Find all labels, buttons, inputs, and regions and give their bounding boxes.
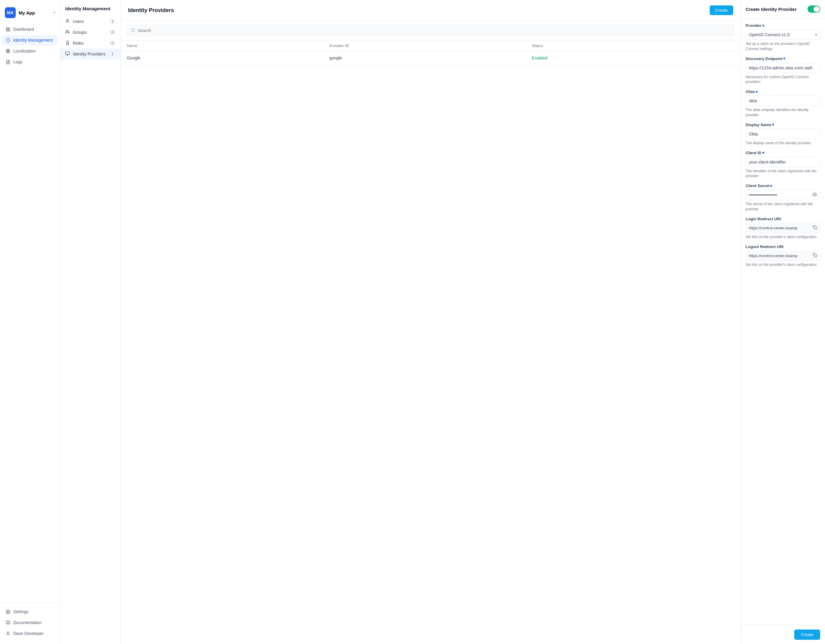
app-name: My App <box>19 10 51 15</box>
required-dot <box>770 185 772 187</box>
login-redirect-uri-wrapper <box>746 223 820 233</box>
groups-icon <box>65 29 70 35</box>
svg-rect-3 <box>8 29 9 31</box>
identity-management-panel: Identity Management Users 1 Groups 0 Rol… <box>60 0 121 644</box>
alias-label: Alias <box>746 89 820 94</box>
svg-rect-20 <box>814 255 817 257</box>
search-input[interactable] <box>138 28 731 33</box>
sidebar-bottom: Settings Documentation Dave Developer <box>0 602 60 639</box>
alias-hint: The alias uniquely identifies the identi… <box>746 108 820 118</box>
dashboard-icon <box>5 27 10 32</box>
column-name: Name <box>127 43 329 48</box>
page-title: Identity Providers <box>128 7 174 14</box>
content-header: Identity Providers Create <box>121 0 740 21</box>
menu-item-count: 1 <box>109 51 116 57</box>
documentation-icon <box>5 620 10 625</box>
discovery-endpoint-input[interactable] <box>746 63 820 73</box>
app-switcher[interactable]: MA My App ▾ <box>0 5 60 24</box>
table-row[interactable]: Google google Enabled <box>121 51 740 65</box>
sidebar-item-label: Localization <box>13 49 36 54</box>
required-dot <box>772 124 774 126</box>
cell-name: Google <box>127 55 329 60</box>
create-panel-header: Create Identity Provider <box>741 0 825 18</box>
menu-item-count: 1 <box>109 19 116 24</box>
logout-redirect-uri-label: Logout Redirect URI <box>746 245 820 249</box>
settings-icon <box>5 609 10 614</box>
logs-icon <box>5 59 10 64</box>
sidebar-item-logs[interactable]: Logs <box>2 57 58 67</box>
svg-point-8 <box>7 611 8 612</box>
menu-item-groups[interactable]: Groups 0 <box>60 27 121 38</box>
identity-management-title: Identity Management <box>60 6 121 16</box>
client-id-input[interactable] <box>746 157 820 167</box>
create-button[interactable]: Create <box>710 5 733 15</box>
enabled-toggle[interactable] <box>808 5 820 13</box>
menu-item-label: Users <box>73 19 84 24</box>
form-group-logout-redirect-uri: Logout Redirect URI Set this on the prov… <box>746 245 820 267</box>
sidebar-item-label: Identity Management <box>13 38 53 43</box>
display-name-label: Display Name <box>746 123 820 127</box>
menu-item-label: Groups <box>73 30 87 35</box>
identity-management-icon <box>5 38 10 43</box>
table-header: Name Provider ID Status <box>121 40 740 51</box>
sidebar-item-label: Dave Developer <box>13 631 43 636</box>
create-identity-provider-panel: Create Identity Provider Provider OpenID… <box>740 0 825 644</box>
column-status: Status <box>532 43 734 48</box>
client-secret-hint: The secret of the client registered with… <box>746 202 820 212</box>
app-avatar: MA <box>5 7 16 18</box>
sidebar-item-dashboard[interactable]: Dashboard <box>2 24 58 34</box>
client-id-hint: The identifier of the client registered … <box>746 169 820 179</box>
cell-status: Enabled <box>532 55 734 60</box>
create-panel-footer: Create <box>741 625 825 644</box>
menu-item-roles[interactable]: Roles 0 <box>60 38 121 49</box>
menu-item-users[interactable]: Users 1 <box>60 16 121 27</box>
required-dot <box>763 152 764 154</box>
sidebar-item-label: Dashboard <box>13 27 34 32</box>
alias-input[interactable] <box>746 96 820 106</box>
svg-rect-0 <box>6 28 7 29</box>
sidebar-item-localization[interactable]: Localization <box>2 46 58 56</box>
display-name-input[interactable] <box>746 129 820 139</box>
sidebar-item-settings[interactable]: Settings <box>2 607 58 617</box>
svg-point-12 <box>66 41 69 43</box>
sidebar-item-documentation[interactable]: Documentation <box>2 618 58 628</box>
sidebar-item-user[interactable]: Dave Developer <box>2 628 58 639</box>
nav-items: Dashboard Identity Management Localizati… <box>0 24 60 600</box>
logout-redirect-uri-wrapper <box>746 251 820 261</box>
menu-item-label: Roles <box>73 41 83 46</box>
provider-select[interactable]: OpenID Connect v1.0 SAML v2.0 OAuth 2.0 <box>746 29 820 40</box>
user-icon <box>5 631 10 636</box>
discovery-endpoint-label: Discovery Endpoint <box>746 56 820 61</box>
form-group-client-id: Client ID The identifier of the client r… <box>746 151 820 179</box>
provider-label: Provider <box>746 23 820 28</box>
svg-rect-1 <box>8 28 9 29</box>
logout-redirect-uri-input[interactable] <box>746 251 820 261</box>
cell-provider-id: google <box>329 55 532 60</box>
identity-providers-icon <box>65 51 70 57</box>
provider-select-wrapper: OpenID Connect v1.0 SAML v2.0 OAuth 2.0 … <box>746 29 820 40</box>
form-group-discovery-endpoint: Discovery Endpoint Necessary for custom … <box>746 56 820 85</box>
logout-redirect-uri-hint: Set this on the provider's client config… <box>746 262 820 267</box>
localization-icon <box>5 49 10 54</box>
menu-item-count: 0 <box>109 29 116 35</box>
svg-point-11 <box>66 30 68 32</box>
main-content: Identity Providers Create Name Provider … <box>121 0 740 644</box>
login-redirect-uri-input[interactable] <box>746 223 820 233</box>
menu-item-identity-providers[interactable]: Identity Providers 1 <box>60 49 121 59</box>
search-icon <box>131 28 135 33</box>
required-dot <box>783 58 785 59</box>
svg-rect-2 <box>6 29 7 31</box>
copy-icon[interactable] <box>813 225 817 231</box>
sidebar-item-identity-management[interactable]: Identity Management <box>2 35 58 45</box>
client-secret-input[interactable] <box>746 190 820 200</box>
search-wrapper <box>127 25 734 36</box>
form-group-provider: Provider OpenID Connect v1.0 SAML v2.0 O… <box>746 23 820 52</box>
copy-icon[interactable] <box>813 253 817 258</box>
column-provider-id: Provider ID <box>329 43 532 48</box>
svg-line-17 <box>134 31 135 32</box>
eye-icon[interactable] <box>812 192 817 198</box>
create-form-button[interactable]: Create <box>794 630 820 640</box>
menu-item-count: 0 <box>109 40 116 46</box>
roles-icon <box>65 40 70 46</box>
display-name-hint: The display name of the identity provide… <box>746 141 820 146</box>
